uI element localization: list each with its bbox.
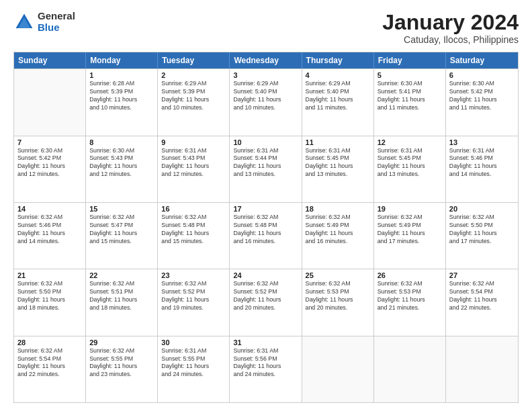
day-number: 31 <box>233 338 298 347</box>
calendar-header-day: Wednesday <box>230 52 302 68</box>
day-info: Sunrise: 6:31 AM Sunset: 5:44 PM Dayligh… <box>233 147 298 179</box>
day-number: 6 <box>449 71 515 79</box>
calendar-cell: 1Sunrise: 6:28 AM Sunset: 5:39 PM Daylig… <box>86 69 158 135</box>
day-number: 17 <box>233 205 298 213</box>
calendar-cell <box>446 336 518 402</box>
day-number: 27 <box>449 271 515 279</box>
day-info: Sunrise: 6:32 AM Sunset: 5:53 PM Dayligh… <box>378 280 442 312</box>
calendar-week-row: 21Sunrise: 6:32 AM Sunset: 5:50 PM Dayli… <box>14 269 518 335</box>
calendar-cell: 9Sunrise: 6:31 AM Sunset: 5:43 PM Daylig… <box>158 136 230 202</box>
day-number: 23 <box>161 271 226 279</box>
calendar-cell: 24Sunrise: 6:32 AM Sunset: 5:52 PM Dayli… <box>230 269 302 335</box>
day-info: Sunrise: 6:29 AM Sunset: 5:40 PM Dayligh… <box>233 80 298 112</box>
day-number: 5 <box>378 71 442 79</box>
logo-blue-text: Blue <box>38 22 75 34</box>
day-number: 16 <box>161 205 226 213</box>
calendar-cell: 10Sunrise: 6:31 AM Sunset: 5:44 PM Dayli… <box>230 136 302 202</box>
header: General Blue January 2024 Catuday, Iloco… <box>13 11 519 45</box>
calendar-body: 1Sunrise: 6:28 AM Sunset: 5:39 PM Daylig… <box>14 68 518 402</box>
day-info: Sunrise: 6:30 AM Sunset: 5:43 PM Dayligh… <box>89 147 154 179</box>
day-number: 4 <box>306 71 370 79</box>
day-info: Sunrise: 6:32 AM Sunset: 5:49 PM Dayligh… <box>306 214 370 246</box>
day-number: 3 <box>233 71 298 79</box>
day-number: 2 <box>161 71 226 79</box>
day-info: Sunrise: 6:32 AM Sunset: 5:53 PM Dayligh… <box>306 280 370 312</box>
calendar-header: SundayMondayTuesdayWednesdayThursdayFrid… <box>14 52 518 68</box>
day-number: 25 <box>306 271 370 279</box>
calendar-cell: 26Sunrise: 6:32 AM Sunset: 5:53 PM Dayli… <box>374 269 446 335</box>
calendar-cell: 8Sunrise: 6:30 AM Sunset: 5:43 PM Daylig… <box>86 136 158 202</box>
calendar-cell: 27Sunrise: 6:32 AM Sunset: 5:54 PM Dayli… <box>446 269 518 335</box>
day-info: Sunrise: 6:29 AM Sunset: 5:39 PM Dayligh… <box>161 80 226 112</box>
day-info: Sunrise: 6:32 AM Sunset: 5:52 PM Dayligh… <box>161 280 226 312</box>
day-number: 29 <box>89 338 154 347</box>
day-info: Sunrise: 6:31 AM Sunset: 5:45 PM Dayligh… <box>378 147 442 179</box>
calendar-cell: 17Sunrise: 6:32 AM Sunset: 5:48 PM Dayli… <box>230 203 302 269</box>
day-number: 20 <box>449 205 515 213</box>
day-number: 13 <box>449 138 515 146</box>
calendar-cell: 12Sunrise: 6:31 AM Sunset: 5:45 PM Dayli… <box>374 136 446 202</box>
day-info: Sunrise: 6:31 AM Sunset: 5:56 PM Dayligh… <box>233 347 298 379</box>
day-info: Sunrise: 6:32 AM Sunset: 5:50 PM Dayligh… <box>449 214 515 246</box>
calendar-cell <box>14 69 86 135</box>
day-number: 24 <box>233 271 298 279</box>
calendar-cell: 5Sunrise: 6:30 AM Sunset: 5:41 PM Daylig… <box>374 69 446 135</box>
calendar-cell: 14Sunrise: 6:32 AM Sunset: 5:46 PM Dayli… <box>14 203 86 269</box>
day-info: Sunrise: 6:32 AM Sunset: 5:46 PM Dayligh… <box>17 214 82 246</box>
calendar-week-row: 14Sunrise: 6:32 AM Sunset: 5:46 PM Dayli… <box>14 202 518 269</box>
calendar-cell: 30Sunrise: 6:31 AM Sunset: 5:55 PM Dayli… <box>158 336 230 402</box>
day-info: Sunrise: 6:30 AM Sunset: 5:41 PM Dayligh… <box>378 80 442 112</box>
calendar-week-row: 1Sunrise: 6:28 AM Sunset: 5:39 PM Daylig… <box>14 68 518 135</box>
calendar-header-day: Saturday <box>446 52 518 68</box>
day-info: Sunrise: 6:32 AM Sunset: 5:54 PM Dayligh… <box>449 280 515 312</box>
calendar-header-day: Tuesday <box>158 52 230 68</box>
calendar-week-row: 7Sunrise: 6:30 AM Sunset: 5:42 PM Daylig… <box>14 136 518 202</box>
day-number: 8 <box>89 138 154 146</box>
day-info: Sunrise: 6:30 AM Sunset: 5:42 PM Dayligh… <box>17 147 82 179</box>
page: General Blue January 2024 Catuday, Iloco… <box>0 0 532 411</box>
day-number: 28 <box>17 338 82 347</box>
day-info: Sunrise: 6:30 AM Sunset: 5:42 PM Dayligh… <box>449 80 515 112</box>
calendar-cell: 23Sunrise: 6:32 AM Sunset: 5:52 PM Dayli… <box>158 269 230 335</box>
day-info: Sunrise: 6:32 AM Sunset: 5:54 PM Dayligh… <box>17 347 82 379</box>
day-number: 7 <box>17 138 82 146</box>
day-number: 14 <box>17 205 82 213</box>
calendar-subtitle: Catuday, Ilocos, Philippines <box>382 34 519 45</box>
day-number: 12 <box>378 138 442 146</box>
calendar-cell: 3Sunrise: 6:29 AM Sunset: 5:40 PM Daylig… <box>230 69 302 135</box>
day-info: Sunrise: 6:32 AM Sunset: 5:49 PM Dayligh… <box>378 214 442 246</box>
calendar-cell: 29Sunrise: 6:32 AM Sunset: 5:55 PM Dayli… <box>86 336 158 402</box>
calendar-header-day: Friday <box>374 52 446 68</box>
calendar-cell: 6Sunrise: 6:30 AM Sunset: 5:42 PM Daylig… <box>446 69 518 135</box>
day-info: Sunrise: 6:28 AM Sunset: 5:39 PM Dayligh… <box>89 80 154 112</box>
calendar-cell: 28Sunrise: 6:32 AM Sunset: 5:54 PM Dayli… <box>14 336 86 402</box>
calendar-cell: 2Sunrise: 6:29 AM Sunset: 5:39 PM Daylig… <box>158 69 230 135</box>
calendar-header-day: Monday <box>86 52 158 68</box>
calendar-week-row: 28Sunrise: 6:32 AM Sunset: 5:54 PM Dayli… <box>14 336 518 402</box>
calendar-cell: 31Sunrise: 6:31 AM Sunset: 5:56 PM Dayli… <box>230 336 302 402</box>
day-number: 10 <box>233 138 298 146</box>
day-info: Sunrise: 6:31 AM Sunset: 5:43 PM Dayligh… <box>161 147 226 179</box>
day-number: 22 <box>89 271 154 279</box>
day-number: 11 <box>306 138 370 146</box>
day-info: Sunrise: 6:32 AM Sunset: 5:51 PM Dayligh… <box>89 280 154 312</box>
calendar-cell: 25Sunrise: 6:32 AM Sunset: 5:53 PM Dayli… <box>302 269 374 335</box>
calendar-header-day: Thursday <box>302 52 374 68</box>
logo-icon <box>13 11 35 33</box>
day-info: Sunrise: 6:32 AM Sunset: 5:48 PM Dayligh… <box>233 214 298 246</box>
day-number: 9 <box>161 138 226 146</box>
calendar-cell: 16Sunrise: 6:32 AM Sunset: 5:48 PM Dayli… <box>158 203 230 269</box>
calendar-cell: 18Sunrise: 6:32 AM Sunset: 5:49 PM Dayli… <box>302 203 374 269</box>
day-number: 21 <box>17 271 82 279</box>
day-number: 26 <box>378 271 442 279</box>
calendar: SundayMondayTuesdayWednesdayThursdayFrid… <box>13 52 519 403</box>
calendar-cell: 19Sunrise: 6:32 AM Sunset: 5:49 PM Dayli… <box>374 203 446 269</box>
day-number: 19 <box>378 205 442 213</box>
day-info: Sunrise: 6:32 AM Sunset: 5:52 PM Dayligh… <box>233 280 298 312</box>
calendar-cell: 7Sunrise: 6:30 AM Sunset: 5:42 PM Daylig… <box>14 136 86 202</box>
calendar-cell: 22Sunrise: 6:32 AM Sunset: 5:51 PM Dayli… <box>86 269 158 335</box>
day-number: 18 <box>306 205 370 213</box>
day-number: 1 <box>89 71 154 79</box>
day-info: Sunrise: 6:32 AM Sunset: 5:50 PM Dayligh… <box>17 280 82 312</box>
calendar-cell <box>374 336 446 402</box>
